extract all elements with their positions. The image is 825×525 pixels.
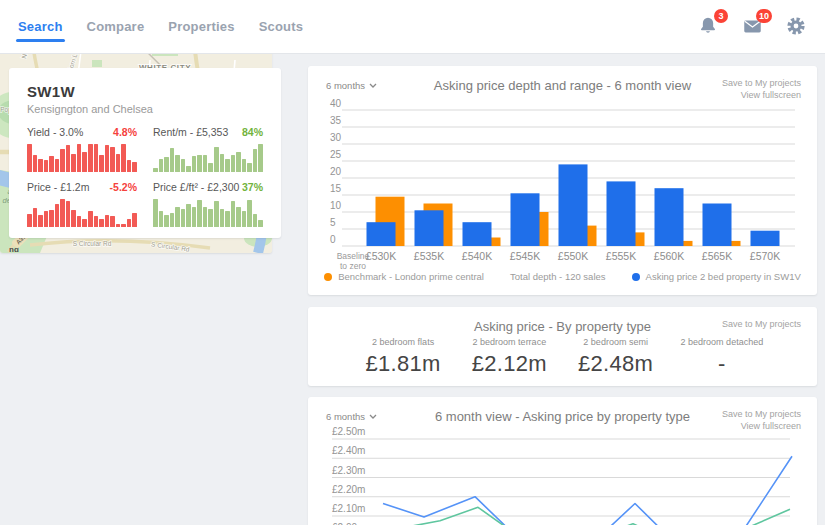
sparkline — [27, 143, 137, 172]
spark-bar — [44, 160, 49, 172]
tab-properties[interactable]: Properties — [168, 0, 234, 53]
metric-delta: -5.2% — [110, 181, 137, 193]
property-type-2: 2 bedroom semi£2.48m — [563, 337, 669, 377]
y-tick: £2.20m — [332, 484, 365, 495]
property-type-1: 2 bedroom terrace£2.12m — [456, 337, 562, 377]
spark-bar — [170, 213, 175, 227]
spark-bar — [181, 209, 186, 227]
tab-search[interactable]: Search — [18, 0, 63, 53]
x-tick: £540K — [462, 250, 492, 262]
metric-2: Price - £1.2m-5.2% — [27, 181, 137, 227]
spark-bar — [110, 147, 115, 172]
spark-bar — [33, 208, 38, 227]
spark-bar — [242, 211, 247, 227]
property-type-value: £1.81m — [350, 351, 456, 377]
property-type-label: 2 bedroom terrace — [456, 337, 562, 347]
asking-legend-dot — [632, 273, 640, 281]
metric-delta: 4.8% — [113, 126, 137, 138]
spark-bar — [116, 224, 121, 227]
property-type-0: 2 bedroom flats£1.81m — [350, 337, 456, 377]
spark-bar — [242, 159, 247, 172]
messages-button[interactable]: 10 — [741, 15, 765, 39]
metric-head: Rent/m - £5,35384% — [153, 126, 263, 138]
settings-button[interactable] — [785, 15, 809, 39]
property-type-value: £2.12m — [456, 351, 562, 377]
tab-scouts[interactable]: Scouts — [259, 0, 304, 53]
spark-bar — [132, 213, 137, 227]
map-label: S Circular Rd — [73, 240, 112, 247]
spark-bar — [66, 201, 71, 227]
asking-price-bar[interactable] — [751, 231, 780, 246]
asking-price-bar[interactable] — [559, 164, 588, 246]
spark-bar — [153, 168, 158, 172]
legend-asking[interactable]: Asking price 2 bed property in SW1V — [632, 271, 801, 282]
spark-bar — [258, 144, 263, 172]
property-type-columns: 2 bedroom flats£1.81m2 bedroom terrace£2… — [350, 337, 775, 377]
spark-bar — [49, 210, 54, 227]
metric-3: Price £/ft² - £2,30037% — [153, 181, 263, 227]
spark-bar — [105, 145, 110, 172]
asking-price-bar[interactable] — [511, 193, 540, 246]
asking-price-bar[interactable] — [607, 181, 636, 246]
notifications-button[interactable]: 3 — [697, 15, 721, 39]
y-tick: £2.40m — [332, 445, 365, 456]
save-to-projects-link[interactable]: Save to My projects — [722, 318, 801, 330]
spark-bar — [247, 200, 252, 227]
spark-bar — [170, 148, 175, 172]
summary-card: SW1W Kensigngton and Chelsea Yield - 3.0… — [9, 68, 281, 238]
spark-bar — [186, 166, 191, 172]
spark-bar — [175, 207, 180, 227]
x-tick: £550K — [558, 250, 588, 262]
spark-bar — [38, 159, 43, 172]
nav-icons: 3 10 — [697, 15, 809, 39]
spark-bar — [164, 215, 169, 227]
spark-bar — [110, 216, 115, 227]
spark-bar — [82, 219, 87, 227]
spark-bar — [225, 159, 230, 172]
spark-bar — [60, 199, 65, 227]
spark-bar — [44, 211, 49, 227]
depth-bar-chart: 0510152025303540£530K£535K£540K£545K£550… — [308, 66, 817, 295]
y-tick: 15 — [330, 183, 342, 194]
spark-bar — [121, 224, 126, 227]
asking-price-line-blue[interactable] — [383, 456, 792, 525]
metric-label: Price £/ft² - £2,300 — [153, 181, 239, 193]
total-depth-label: Total depth - 120 sales — [510, 271, 606, 282]
spark-bar — [225, 211, 230, 227]
spark-bar — [71, 210, 76, 227]
y-tick: 40 — [330, 98, 342, 109]
property-type-panel: Asking price - By property type Save to … — [308, 307, 817, 386]
spark-bar — [231, 155, 236, 172]
spark-bar — [116, 154, 121, 172]
metric-delta: 37% — [242, 181, 263, 193]
spark-bar — [127, 160, 132, 172]
spark-bar — [220, 154, 225, 172]
legend-benchmark[interactable]: Benchmark - London prime central — [324, 271, 484, 282]
gear-icon — [785, 15, 807, 37]
metric-0: Yield - 3.0%4.8% — [27, 126, 137, 172]
spark-bar — [66, 145, 71, 172]
asking-price-bar[interactable] — [415, 210, 444, 246]
tab-compare[interactable]: Compare — [87, 0, 145, 53]
spark-bar — [77, 144, 82, 172]
metric-delta: 84% — [242, 126, 263, 138]
property-type-label: 2 bedroom flats — [350, 337, 456, 347]
spark-bar — [82, 152, 87, 172]
spark-bar — [203, 155, 208, 172]
benchmark-legend-label: Benchmark - London prime central — [338, 271, 484, 282]
spark-bar — [77, 216, 82, 227]
prop-panel-links: Save to My projects — [722, 318, 801, 330]
asking-price-bar[interactable] — [367, 222, 396, 246]
spark-bar — [27, 214, 32, 227]
asking-price-bar[interactable] — [463, 222, 492, 246]
asking-price-bar[interactable] — [655, 188, 684, 246]
y-tick: 0 — [330, 234, 336, 245]
spark-bar — [49, 156, 54, 172]
benchmark-legend-dot — [324, 273, 332, 281]
spark-bar — [159, 159, 164, 172]
spark-bar — [203, 207, 208, 227]
x-tick: £535K — [414, 250, 444, 262]
asking-price-bar[interactable] — [703, 204, 732, 247]
property-type-value: - — [669, 351, 775, 377]
baseline-note: Baselineto zero — [330, 251, 376, 271]
